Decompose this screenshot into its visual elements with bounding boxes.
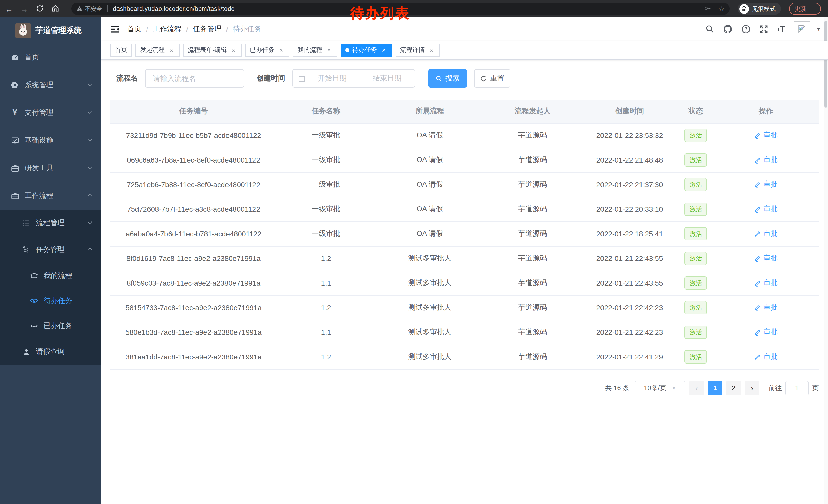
browser-home-icon[interactable] (51, 4, 59, 13)
process-name-field[interactable] (145, 69, 244, 88)
next-page-button[interactable]: › (745, 381, 759, 395)
github-icon[interactable] (723, 24, 733, 34)
cell-starter: 芋道源码 (484, 123, 581, 148)
tab-流程表单-编辑[interactable]: 流程表单-编辑× (183, 43, 242, 57)
refresh-icon (480, 75, 487, 82)
sidebar-item-todo-tasks[interactable]: 待办任务 (0, 288, 101, 313)
tab-close-icon[interactable]: × (168, 46, 175, 54)
cell-id: 580e1b3d-7ac8-11ec-a9e2-a2380e71991a (110, 320, 277, 345)
sidebar-item-done-tasks[interactable]: 已办任务 (0, 313, 101, 338)
scrollbar-thumb[interactable] (824, 20, 827, 108)
cell-id: 8f0d1619-7ac8-11ec-a9e2-a2380e71991a (110, 246, 277, 271)
reset-button[interactable]: 重置 (474, 69, 510, 88)
select-caret-icon: ▼ (671, 385, 676, 391)
search-icon[interactable] (705, 25, 714, 33)
table-row: 75d72608-7b7f-11ec-a3c8-acde48001122一级审批… (110, 197, 819, 222)
sidebar-item-devtools[interactable]: 研发工具 (0, 154, 101, 182)
approve-link[interactable]: 审批 (754, 327, 778, 336)
col-process: 所属流程 (375, 100, 484, 123)
sidebar-item-payment[interactable]: ¥ 支付管理 (0, 99, 101, 127)
browser-menu-icon[interactable]: ⋮ (810, 6, 815, 11)
task-table-body: 73211d9d-7b9b-11ec-b5b7-acde48001122一级审批… (110, 123, 819, 369)
url-text: dashboard.yudao.iocoder.cn/bpm/task/todo (113, 5, 235, 12)
avatar-caret-icon[interactable]: ▼ (816, 27, 821, 32)
breadcrumb-task-mgmt[interactable]: 任务管理 (193, 25, 222, 34)
password-key-icon[interactable] (704, 5, 711, 13)
search-button-icon (436, 75, 442, 82)
browser-forward-icon[interactable]: → (20, 5, 28, 12)
eye-off-icon (29, 321, 38, 330)
sidebar-item-my-process[interactable]: 我的流程 (0, 263, 101, 288)
sidebar-item-infra[interactable]: 基础设施 (0, 127, 101, 154)
search-button[interactable]: 搜索 (428, 69, 467, 88)
cell-created: 2022-01-22 21:48:48 (581, 148, 678, 172)
tab-close-icon[interactable]: × (325, 46, 332, 54)
browser-reload-icon[interactable] (36, 4, 44, 13)
app-logo[interactable]: 芋道管理系统 (0, 17, 101, 44)
security-warning[interactable]: 不安全 (76, 5, 102, 12)
cell-created: 2022-01-22 21:37:30 (581, 172, 678, 197)
prev-page-button[interactable]: ‹ (690, 381, 704, 395)
yuan-icon: ¥ (10, 108, 19, 118)
approve-link[interactable]: 审批 (754, 303, 778, 312)
sidebar-item-leave-query[interactable]: 请假查询 (0, 338, 101, 365)
font-size-icon[interactable]: тT (777, 25, 785, 33)
approve-link[interactable]: 审批 (754, 229, 778, 238)
sidebar-item-system[interactable]: 系统管理 (0, 71, 101, 99)
cell-process: 测试多审批人 (375, 320, 484, 345)
cell-starter: 芋道源码 (484, 197, 581, 222)
tab-close-icon[interactable]: × (428, 46, 435, 54)
tab-流程详情[interactable]: 流程详情× (396, 43, 440, 57)
pagination: 共 16 条 10条/页 ▼ ‹ 1 2 › 前往 页 (110, 381, 819, 395)
page-scrollbar[interactable] (824, 17, 828, 504)
tab-首页[interactable]: 首页 (110, 43, 132, 57)
user-avatar[interactable] (794, 21, 810, 37)
sidebar-collapse-icon[interactable] (110, 25, 120, 34)
browser-update-button[interactable]: 更新 ⋮ (789, 3, 821, 15)
approve-link[interactable]: 审批 (754, 131, 778, 140)
end-date-placeholder: 结束日期 (365, 74, 409, 83)
col-starter: 流程发起人 (484, 100, 581, 123)
breadcrumb-home[interactable]: 首页 (127, 25, 141, 34)
approve-link-label: 审批 (763, 254, 778, 263)
tab-我的流程[interactable]: 我的流程× (293, 43, 337, 57)
sidebar-item-task-mgmt[interactable]: 任务管理 (0, 236, 101, 263)
help-icon[interactable] (741, 25, 750, 34)
approve-link[interactable]: 审批 (754, 204, 778, 214)
browser-back-icon[interactable]: ← (5, 5, 13, 12)
sidebar-item-workflow[interactable]: 工作流程 (0, 182, 101, 210)
date-range-picker[interactable]: 开始日期 - 结束日期 (292, 69, 415, 88)
cell-created: 2022-01-21 22:42:23 (581, 320, 678, 345)
cell-process: OA 请假 (375, 148, 484, 172)
app-root: ← → 不安全 dashboard.yudao.iocoder.cn/bpm/t… (0, 0, 828, 504)
process-name-input[interactable] (153, 74, 237, 83)
bookmark-star-icon[interactable]: ☆ (718, 5, 724, 12)
tab-close-icon[interactable]: × (380, 46, 387, 54)
tab-close-icon[interactable]: × (278, 46, 285, 54)
goto-page-input[interactable] (785, 381, 809, 395)
tab-已办任务[interactable]: 已办任务× (245, 43, 289, 57)
incognito-badge: 无痕模式 (738, 3, 781, 15)
approve-link[interactable]: 审批 (754, 180, 778, 189)
tab-label: 我的流程 (297, 46, 322, 54)
approve-link[interactable]: 审批 (754, 254, 778, 263)
page-size-select[interactable]: 10条/页 ▼ (634, 381, 686, 395)
page-button-2[interactable]: 2 (727, 381, 741, 395)
approve-link[interactable]: 审批 (754, 155, 778, 164)
tab-close-icon[interactable]: × (230, 46, 237, 54)
page-unit-label: 页 (812, 383, 819, 393)
tab-待办任务[interactable]: 待办任务× (341, 43, 392, 57)
approve-link[interactable]: 审批 (754, 278, 778, 287)
sidebar-item-label: 流程管理 (36, 218, 65, 228)
fullscreen-icon[interactable] (759, 25, 769, 34)
page-button-1[interactable]: 1 (708, 381, 722, 395)
status-badge: 激活 (685, 178, 707, 191)
status-badge: 激活 (685, 326, 707, 339)
cell-process: OA 请假 (375, 222, 484, 246)
cell-name: 一级审批 (277, 148, 375, 172)
sidebar-item-home[interactable]: 首页 (0, 44, 101, 71)
approve-link[interactable]: 审批 (754, 352, 778, 361)
breadcrumb-workflow[interactable]: 工作流程 (153, 25, 181, 34)
sidebar-item-process-mgmt[interactable]: 流程管理 (0, 210, 101, 236)
tab-发起流程[interactable]: 发起流程× (135, 43, 179, 57)
